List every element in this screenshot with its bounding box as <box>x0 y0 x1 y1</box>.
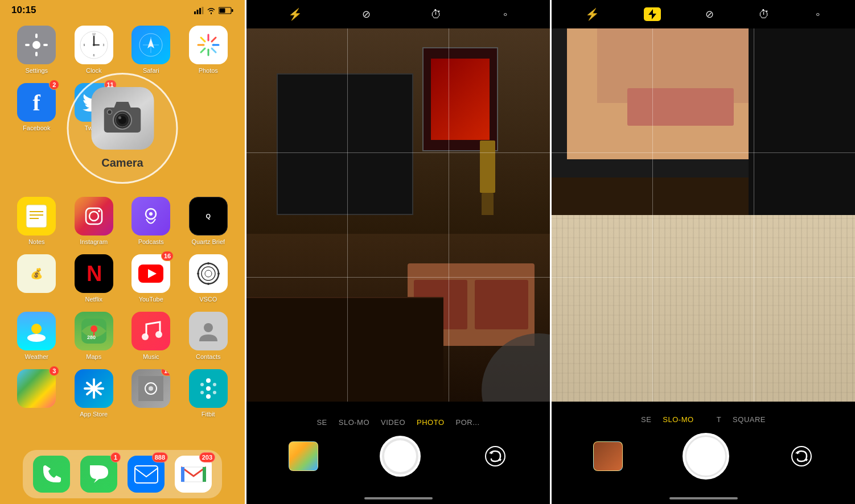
clock-icon: 12 3 6 9 <box>80 31 108 59</box>
app-settings[interactable]: Settings <box>17 26 56 74</box>
camera-panel-front: ⚡ ⊘ ⏱ ⚬ <box>552 0 855 504</box>
app-safari[interactable]: Safari <box>131 26 170 74</box>
phone-icon <box>42 464 62 485</box>
notes-icon <box>25 204 48 229</box>
shutter-button-back[interactable] <box>380 436 421 477</box>
app-label-settings: Settings <box>25 67 48 74</box>
mode-portrait[interactable]: POR... <box>456 418 480 427</box>
app-maps[interactable]: 280 Maps <box>75 312 113 360</box>
app-podcasts[interactable]: Podcasts <box>131 197 170 245</box>
app-vsco[interactable]: VSCO <box>189 254 228 303</box>
svg-marker-88 <box>648 9 656 19</box>
flash-icon-front[interactable]: ⚡ <box>585 7 599 21</box>
app-youtube[interactable]: 16 YouTube <box>131 254 170 303</box>
mode-se-front[interactable]: SE <box>641 415 651 424</box>
flip-camera-button-back[interactable] <box>483 444 508 469</box>
svg-point-57 <box>217 272 220 275</box>
options-icon-front[interactable]: ⚬ <box>814 9 821 20</box>
app-contacts[interactable]: Contacts <box>189 312 228 360</box>
app-photos[interactable]: Photos <box>189 26 228 74</box>
app-label-music: Music <box>143 353 159 360</box>
timer-icon-front[interactable]: ⏱ <box>758 8 770 21</box>
app-label-vsco: VSCO <box>199 296 217 303</box>
svg-rect-6 <box>232 9 233 12</box>
app-row-5: Weather 280 Maps <box>0 307 245 365</box>
app-money[interactable]: 💰 <box>17 254 56 303</box>
app-notes[interactable]: Notes <box>17 197 56 245</box>
mode-t-front[interactable]: T <box>717 415 721 424</box>
options-icon-back[interactable]: ⚬ <box>502 9 509 20</box>
svg-line-31 <box>212 48 216 52</box>
app-label-netflix: Netflix <box>85 296 102 303</box>
flash-icon-back[interactable]: ⚡ <box>288 7 302 21</box>
app-music[interactable]: Music <box>131 312 170 360</box>
live-photo-icon-back[interactable]: ⊘ <box>362 8 371 20</box>
app-label-appstore: App Store <box>80 411 108 418</box>
camera-spotlight-label: Camera <box>101 156 143 170</box>
svg-point-54 <box>207 262 209 265</box>
live-photo-icon-front[interactable]: ⊘ <box>705 8 714 20</box>
dock-phone[interactable] <box>33 456 70 493</box>
app-quartz[interactable]: Q Quartz Brief <box>189 197 228 245</box>
home-screen: 10:15 <box>0 0 245 504</box>
camera-panel-back: ⚡ ⊘ ⏱ ⚬ <box>246 0 550 504</box>
app-weather[interactable]: Weather <box>17 312 56 360</box>
app-cameraroll[interactable]: 19 <box>131 369 170 418</box>
svg-text:3: 3 <box>102 43 104 47</box>
signal-icon <box>194 7 204 14</box>
dock-mail[interactable]: 888 <box>128 456 165 493</box>
svg-text:12: 12 <box>92 32 96 36</box>
cameraroll-icon <box>138 376 163 401</box>
app-appstore[interactable]: App Store <box>75 369 113 418</box>
camera-thumbnail-front[interactable] <box>593 441 623 471</box>
mode-square-front[interactable]: SQUARE <box>733 415 766 424</box>
svg-point-16 <box>93 44 95 46</box>
camera-controls-front: SE SLO-MO T SQUARE <box>552 402 855 493</box>
svg-rect-5 <box>220 8 225 13</box>
svg-rect-8 <box>35 34 38 38</box>
mode-se[interactable]: SE <box>316 418 327 427</box>
timer-icon-back[interactable]: ⏱ <box>430 8 442 21</box>
mode-video[interactable]: VIDEO <box>381 418 405 427</box>
mode-slomo-front[interactable]: SLO-MO <box>663 415 693 424</box>
svg-point-85 <box>486 447 505 466</box>
flash-badge-front[interactable] <box>644 7 661 21</box>
app-label-instagram: Instagram <box>80 238 108 245</box>
cameraroll-badge: 19 <box>161 369 170 376</box>
messages-icon <box>88 464 110 485</box>
svg-point-63 <box>142 333 149 340</box>
svg-point-61 <box>91 325 97 332</box>
app-facebook[interactable]: f 2 Facebook <box>17 83 56 188</box>
svg-point-7 <box>32 41 40 49</box>
dock-messages[interactable]: 1 <box>80 456 117 493</box>
shutter-button-front[interactable] <box>683 433 729 480</box>
app-label-podcasts: Podcasts <box>138 238 164 245</box>
svg-rect-10 <box>25 44 30 46</box>
camera-app-icon-large <box>91 87 154 150</box>
mode-slomo[interactable]: SLO-MO <box>339 418 369 427</box>
app-label-maps: Maps <box>86 353 101 360</box>
svg-point-45 <box>89 212 98 221</box>
flip-camera-button-front[interactable] <box>789 444 814 469</box>
app-netflix[interactable]: N Netflix <box>75 254 113 303</box>
camera-viewfinder-back <box>246 28 550 402</box>
camera-lens-icon <box>104 102 141 135</box>
svg-rect-40 <box>26 205 47 228</box>
svg-point-66 <box>204 323 213 332</box>
mode-photo[interactable]: PHOTO <box>417 418 445 427</box>
svg-point-58 <box>31 324 42 334</box>
app-clock[interactable]: 12 3 6 9 Clock <box>75 26 113 74</box>
dock-gmail[interactable]: 203 <box>175 456 212 493</box>
camera-thumbnail-back[interactable] <box>289 441 318 471</box>
app-instagram[interactable]: Instagram <box>75 197 113 245</box>
status-icons <box>194 7 233 14</box>
home-bar-back <box>364 497 433 499</box>
app-label-photos: Photos <box>199 67 218 74</box>
youtube-badge: 16 <box>161 251 174 261</box>
messages-badge: 1 <box>110 452 121 462</box>
facebook-badge: 2 <box>49 80 59 90</box>
app-stickers[interactable]: 3 <box>17 369 56 418</box>
svg-point-64 <box>155 331 162 338</box>
mail-badge: 888 <box>152 452 168 462</box>
app-fitbit[interactable]: Fitbit <box>189 369 228 418</box>
